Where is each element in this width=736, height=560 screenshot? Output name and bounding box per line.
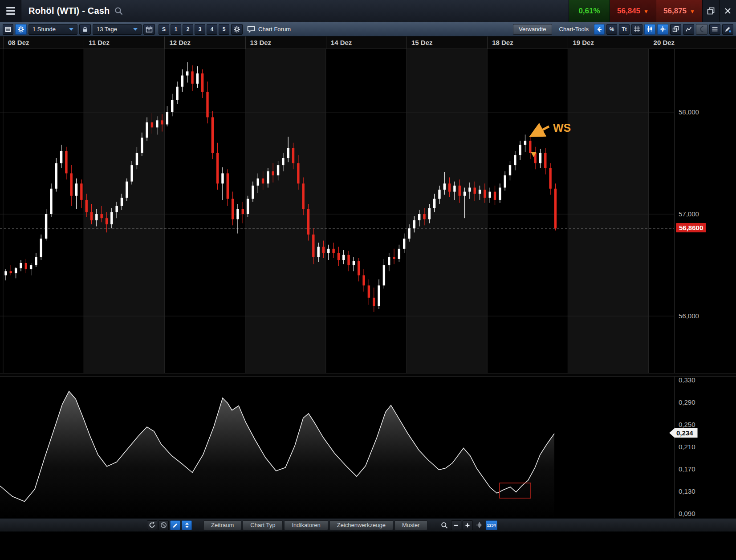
sell-price-value: 56,845 <box>617 7 640 16</box>
minus-icon <box>453 523 459 528</box>
hamburger-icon <box>6 7 15 8</box>
reset-chart-button[interactable] <box>147 520 157 530</box>
indicator-axis[interactable]: 0,3300,2900,2500,2100,1700,1300,0900,234 <box>674 377 736 518</box>
disable-drawings-button[interactable] <box>159 520 169 530</box>
grid-toggle-button[interactable] <box>631 24 642 35</box>
percent-scale-button[interactable]: % <box>606 24 617 35</box>
interval-value: 1 Stunde <box>33 26 56 32</box>
layers-button[interactable] <box>709 24 720 35</box>
change-percent-badge[interactable]: 0,61% <box>569 0 610 22</box>
list-icon <box>5 26 11 32</box>
date-label: 19 Dez <box>573 39 594 46</box>
restore-window-button[interactable] <box>702 0 719 22</box>
indicator-tick-label: 0,210 <box>679 443 695 450</box>
date-label: 20 Dez <box>654 39 675 46</box>
indicator-area <box>0 391 554 518</box>
collapse-tools-button[interactable] <box>594 24 605 35</box>
bottom-button-muster[interactable]: Muster <box>394 520 427 530</box>
chevron-down-icon <box>69 28 73 31</box>
indicator-tick-label: 0,250 <box>679 421 695 428</box>
period-button-4[interactable]: 4 <box>207 24 217 35</box>
interval-dropdown[interactable]: 1 Stunde <box>28 24 77 35</box>
menu-button[interactable] <box>0 0 21 22</box>
back-arrow-icon <box>596 26 602 32</box>
zoom-in-button[interactable] <box>463 520 473 530</box>
chart-settings-button[interactable] <box>15 24 27 35</box>
indicator-tick-label: 0,330 <box>679 376 695 384</box>
display-settings-button[interactable] <box>231 24 243 35</box>
titlebar: Rohöl (WTI) - Cash 0,61% 56,845 ▼ 56,875… <box>0 0 736 22</box>
close-icon <box>724 8 731 14</box>
trading-chart-app: Rohöl (WTI) - Cash 0,61% 56,845 ▼ 56,875… <box>0 0 736 560</box>
price-tick-label: 56,000 <box>679 312 699 320</box>
bottom-button-indikatoren[interactable]: Indikatoren <box>284 520 328 530</box>
reorder-panels-button[interactable] <box>182 520 192 530</box>
lock-button[interactable] <box>79 24 91 35</box>
date-separator <box>164 37 165 49</box>
magnifier-icon <box>441 522 448 529</box>
zoom-out-button[interactable] <box>451 520 461 530</box>
indicator-tick-label: 0,170 <box>679 465 695 473</box>
indicator-tool-button[interactable] <box>683 24 694 35</box>
chart-forum-label: Chart Forum <box>258 26 291 32</box>
chart-forum-button[interactable]: Chart Forum <box>247 26 291 33</box>
date-label: 14 Dez <box>331 39 352 46</box>
zoom-button[interactable] <box>439 520 450 530</box>
bottom-toolbar: ZeitraumChart TypIndikatorenZeichenwerkz… <box>0 518 736 532</box>
price-tick-label: 57,000 <box>679 210 699 218</box>
period-button-s[interactable]: S <box>159 24 169 35</box>
period-button-5[interactable]: 5 <box>219 24 229 35</box>
chevron-down-icon <box>133 28 138 31</box>
date-separator <box>568 37 568 49</box>
indicator-panel: 0,3300,2900,2500,2100,1700,1300,0900,234 <box>0 377 736 518</box>
instrument-title: Rohöl (WTI) - Cash <box>28 6 110 16</box>
price-axis[interactable]: 58,00057,00056,00056,8600 <box>674 49 736 373</box>
buy-price-button[interactable]: 56,875 ▼ <box>656 0 702 22</box>
candlestick-type-button[interactable] <box>644 24 655 35</box>
date-label: 15 Dez <box>411 39 433 46</box>
pan-mode-button[interactable] <box>474 520 484 530</box>
period-button-3[interactable]: 3 <box>195 24 205 35</box>
refresh-icon <box>149 522 155 528</box>
up-down-arrows-icon <box>184 522 190 528</box>
bottom-button-zeitraum[interactable]: Zeitraum <box>203 520 241 530</box>
draw-mode-button[interactable] <box>170 520 180 530</box>
search-icon[interactable] <box>114 6 123 16</box>
digits-label: 1234 <box>487 523 496 528</box>
date-separator <box>84 37 84 49</box>
compare-button[interactable] <box>670 24 681 35</box>
price-ladder-button[interactable]: 1234 <box>486 520 497 530</box>
date-label: 11 Dez <box>89 39 110 46</box>
bottom-button-zeichenwerkzeuge[interactable]: Zeichenwerkzeuge <box>329 520 393 530</box>
calendar-button[interactable] <box>143 24 155 35</box>
date-separator <box>407 37 407 49</box>
crosshair-tool-button[interactable] <box>657 24 668 35</box>
text-tool-button[interactable]: Tt <box>619 24 630 35</box>
period-button-2[interactable]: 2 <box>183 24 193 35</box>
layers-icon <box>712 26 718 32</box>
sell-price-button[interactable]: 56,845 ▼ <box>610 0 656 22</box>
compare-icon <box>672 26 679 32</box>
grid-icon <box>634 26 640 32</box>
date-axis[interactable]: 08 Dez11 Dez12 Dez13 Dez14 Dez15 Dez18 D… <box>0 37 736 49</box>
chat-bubble-icon <box>247 26 255 33</box>
period-button-1[interactable]: 1 <box>171 24 181 35</box>
draw-settings-button[interactable] <box>722 24 733 35</box>
panel-collapse-button[interactable] <box>696 24 708 35</box>
panel-divider[interactable] <box>0 373 736 377</box>
calendar-icon <box>146 26 153 33</box>
verwandte-button[interactable]: Verwandte <box>513 24 552 35</box>
pencil-icon <box>724 26 731 32</box>
date-label: 12 Dez <box>169 39 191 46</box>
indicator-tick-label: 0,130 <box>679 487 695 495</box>
indicator-value-tag: 0,234 <box>669 428 698 438</box>
range-dropdown[interactable]: 13 Tage <box>93 24 142 35</box>
candlestick-chart[interactable]: WS <box>0 49 674 373</box>
watchlist-button[interactable] <box>3 24 13 35</box>
date-label: 13 Dez <box>250 39 272 46</box>
line-chart-icon <box>685 26 692 32</box>
indicator-chart[interactable] <box>0 377 674 518</box>
bottom-button-chart-typ[interactable]: Chart Typ <box>243 520 283 530</box>
close-window-button[interactable] <box>719 0 736 22</box>
date-label: 18 Dez <box>492 39 513 46</box>
